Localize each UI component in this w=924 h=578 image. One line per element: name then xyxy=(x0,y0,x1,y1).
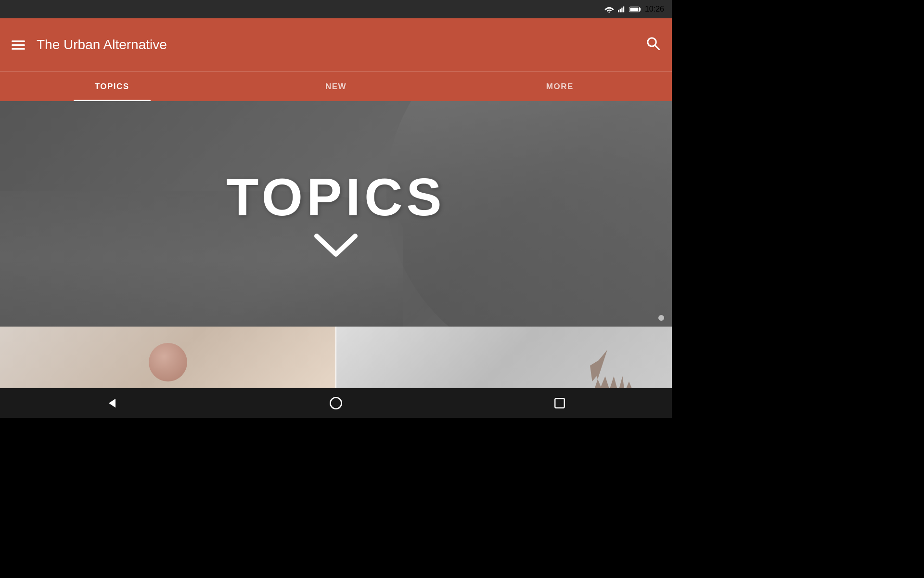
app-title: The Urban Alternative xyxy=(37,37,646,53)
tab-more[interactable]: MORE xyxy=(448,72,672,101)
hero-overlay: TOPICS xyxy=(0,101,672,327)
hamburger-line-2 xyxy=(12,44,25,46)
recent-apps-button[interactable] xyxy=(545,394,574,413)
status-bar: 10:26 xyxy=(0,0,672,18)
tab-new[interactable]: NEW xyxy=(224,72,448,101)
bottom-navigation xyxy=(0,388,672,418)
card-left[interactable] xyxy=(0,327,336,398)
hero-title: TOPICS xyxy=(226,171,446,223)
svg-rect-3 xyxy=(621,8,622,13)
recent-icon xyxy=(553,397,566,409)
svg-point-0 xyxy=(608,12,610,13)
hamburger-line-1 xyxy=(12,40,25,42)
svg-line-9 xyxy=(655,45,659,49)
wifi-icon xyxy=(604,6,614,13)
tab-bar: TOPICS NEW MORE xyxy=(0,71,672,101)
menu-button[interactable] xyxy=(12,40,25,50)
svg-rect-6 xyxy=(640,8,641,10)
page-dot-indicator xyxy=(658,315,664,321)
back-button[interactable] xyxy=(98,394,127,413)
tab-topics[interactable]: TOPICS xyxy=(0,72,224,101)
svg-point-11 xyxy=(330,397,341,408)
svg-rect-7 xyxy=(630,7,638,11)
cards-section xyxy=(0,327,672,398)
hamburger-line-3 xyxy=(12,48,25,50)
signal-icon xyxy=(618,6,626,13)
svg-marker-10 xyxy=(109,399,116,408)
home-button[interactable] xyxy=(321,394,350,413)
svg-rect-12 xyxy=(555,398,565,408)
status-time: 10:26 xyxy=(645,5,664,13)
back-icon xyxy=(105,396,119,410)
hero-banner: TOPICS xyxy=(0,101,672,327)
svg-rect-1 xyxy=(618,10,619,13)
card-left-thumbnail xyxy=(149,343,187,381)
hero-chevron-icon[interactable] xyxy=(314,231,358,258)
app-bar: The Urban Alternative xyxy=(0,18,672,71)
card-right-background xyxy=(336,327,672,398)
battery-icon xyxy=(629,6,641,13)
card-left-background xyxy=(0,327,335,398)
svg-rect-2 xyxy=(620,9,621,12)
card-right[interactable] xyxy=(336,327,672,398)
svg-rect-4 xyxy=(623,6,624,12)
search-icon xyxy=(646,36,660,51)
search-button[interactable] xyxy=(646,36,660,54)
home-icon xyxy=(329,396,343,410)
